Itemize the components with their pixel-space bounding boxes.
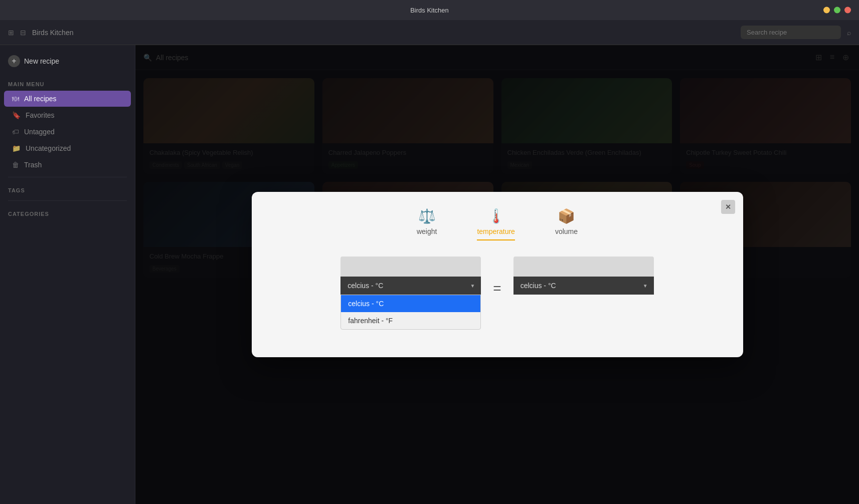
content-area: 🔍 All recipes ⊞ ≡ ⊕ Chakalaka (Spicy Veg…	[135, 45, 859, 504]
modal-overlay[interactable]: ✕ ⚖️ weight 🌡️ temperature 📦 volume	[135, 45, 859, 504]
sidebar-item-favorites[interactable]: 🔖 Favorites	[4, 107, 131, 123]
converter-input-right[interactable]	[513, 257, 654, 277]
tags-label: TAGS	[0, 181, 135, 196]
equals-sign: =	[493, 282, 501, 296]
converter-row: celcius - °C ▼ celcius - °C fahrenheit -…	[268, 257, 727, 296]
window-controls	[823, 7, 851, 14]
volume-icon: 📦	[558, 208, 575, 224]
close-window-button[interactable]	[844, 7, 851, 14]
trash-icon: 🗑	[12, 161, 19, 169]
tab-temperature[interactable]: 🌡️ temperature	[477, 208, 514, 240]
weight-icon: ⚖️	[418, 208, 436, 224]
categories-label: CATEGORIES	[0, 205, 135, 220]
sidebar-item-untagged[interactable]: 🏷 Untagged	[4, 124, 131, 140]
minimize-button[interactable]	[823, 7, 830, 14]
maximize-button[interactable]	[834, 7, 840, 14]
main-layout: + New recipe MAIN MENU 🍽 All recipes 🔖 F…	[0, 45, 859, 504]
app-toolbar: ⊞ ⊟ Birds Kitchen ⌕	[0, 20, 859, 45]
search-icon[interactable]: ⌕	[847, 29, 851, 37]
converter-left-select[interactable]: celcius - °C ▼	[340, 277, 481, 295]
converter-right-select[interactable]: celcius - °C ▼	[513, 277, 654, 295]
titlebar: Birds Kitchen	[0, 0, 859, 20]
tab-weight-label: weight	[417, 227, 437, 235]
sidebar-uncategorized-label: Uncategorized	[26, 144, 71, 152]
converter-right-select-wrapper: celcius - °C ▼	[513, 277, 654, 295]
dropdown-arrow-left: ▼	[470, 283, 475, 289]
tab-volume-label: volume	[555, 227, 578, 235]
new-recipe-button[interactable]: + New recipe	[0, 51, 135, 71]
dropdown-arrow-right: ▼	[643, 283, 648, 289]
converter-right: celcius - °C ▼	[513, 257, 654, 295]
uncategorized-icon: 📁	[12, 144, 21, 152]
titlebar-title: Birds Kitchen	[410, 7, 449, 14]
converter-left-select-wrapper: celcius - °C ▼ celcius - °C fahrenheit -…	[340, 277, 481, 295]
app-title: Birds Kitchen	[32, 29, 73, 37]
sidebar-divider-2	[8, 200, 127, 201]
converter-left-value: celcius - °C	[348, 282, 383, 290]
option-celcius[interactable]: celcius - °C	[341, 295, 480, 312]
modal-dialog: ✕ ⚖️ weight 🌡️ temperature 📦 volume	[252, 192, 743, 357]
plus-icon: +	[8, 55, 20, 67]
search-input[interactable]	[741, 26, 841, 39]
new-recipe-label: New recipe	[24, 57, 59, 65]
modal-close-button[interactable]: ✕	[721, 200, 735, 214]
sidebar-toggle-icon[interactable]: ⊞	[8, 29, 14, 37]
option-fahrenheit[interactable]: fahrenheit - °F	[341, 312, 480, 329]
modal-tabs: ⚖️ weight 🌡️ temperature 📦 volume	[268, 208, 727, 240]
main-menu-label: MAIN MENU	[0, 75, 135, 90]
sidebar-untagged-label: Untagged	[24, 128, 55, 136]
temperature-icon: 🌡️	[487, 208, 505, 224]
sidebar-item-uncategorized[interactable]: 📁 Uncategorized	[4, 140, 131, 156]
converter-right-value: celcius - °C	[521, 282, 556, 290]
favorites-icon: 🔖	[12, 111, 21, 119]
all-recipes-icon: 🍽	[12, 95, 19, 103]
converter-input-left[interactable]	[340, 257, 481, 277]
sidebar-divider-1	[8, 177, 127, 177]
converter-left: celcius - °C ▼ celcius - °C fahrenheit -…	[340, 257, 481, 295]
sidebar-trash-label: Trash	[24, 161, 42, 169]
tab-temperature-label: temperature	[477, 227, 514, 235]
sidebar-favorites-label: Favorites	[26, 111, 55, 119]
sidebar-all-recipes-label: All recipes	[24, 95, 57, 103]
sidebar-item-all-recipes[interactable]: 🍽 All recipes	[4, 91, 131, 107]
tab-volume[interactable]: 📦 volume	[555, 208, 578, 240]
layout-icon[interactable]: ⊟	[20, 29, 26, 37]
untagged-icon: 🏷	[12, 128, 19, 136]
tab-weight[interactable]: ⚖️ weight	[417, 208, 437, 240]
sidebar-item-trash[interactable]: 🗑 Trash	[4, 157, 131, 173]
sidebar: + New recipe MAIN MENU 🍽 All recipes 🔖 F…	[0, 45, 135, 504]
converter-left-dropdown: celcius - °C fahrenheit - °F	[340, 295, 481, 330]
